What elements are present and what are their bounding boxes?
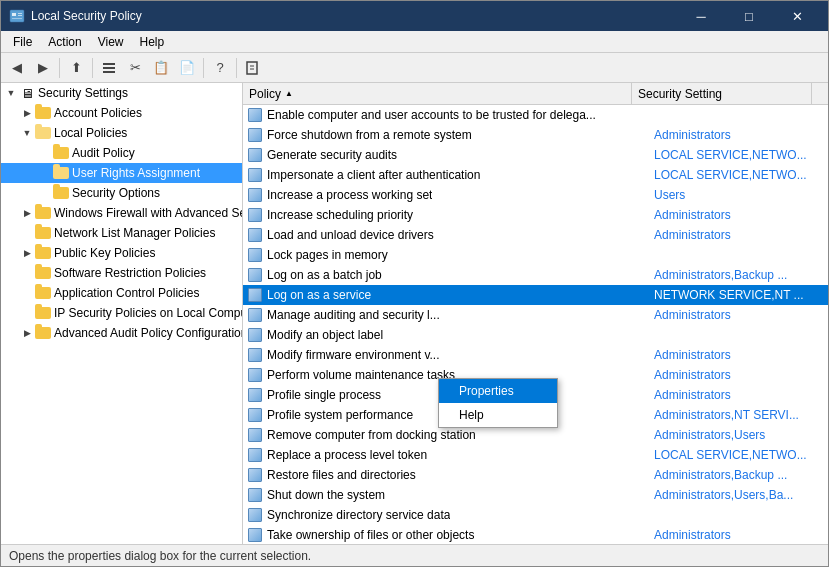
menu-help[interactable]: Help — [132, 33, 173, 51]
tree-label-advanced-audit: Advanced Audit Policy Configuration — [54, 326, 242, 340]
expand-icon-firewall[interactable]: ▶ — [19, 205, 35, 221]
expand-icon-public-key[interactable]: ▶ — [19, 245, 35, 261]
show-hide-button[interactable] — [97, 56, 121, 80]
tree-item-security-options[interactable]: Security Options — [1, 183, 242, 203]
list-row[interactable]: Modify an object label — [243, 325, 828, 345]
tree-label-ip-security: IP Security Policies on Local Compute... — [54, 306, 242, 320]
policy-cell: Manage auditing and security l... — [243, 307, 648, 323]
tree-scroll[interactable]: ▼ 🖥 Security Settings ▶ Account Policies — [1, 83, 242, 544]
minimize-button[interactable]: ─ — [678, 1, 724, 31]
security-cell: Users — [648, 188, 828, 202]
list-row[interactable]: Generate security auditsLOCAL SERVICE,NE… — [243, 145, 828, 165]
list-row[interactable]: Increase scheduling priorityAdministrato… — [243, 205, 828, 225]
expand-icon-local[interactable]: ▼ — [19, 125, 35, 141]
policy-cell: Remove computer from docking station — [243, 427, 648, 443]
security-cell: Administrators — [648, 388, 828, 402]
tree-label-software-restriction: Software Restriction Policies — [54, 266, 206, 280]
list-row[interactable]: Replace a process level tokenLOCAL SERVI… — [243, 445, 828, 465]
tree-item-ip-security[interactable]: IP Security Policies on Local Compute... — [1, 303, 242, 323]
security-cell: NETWORK SERVICE,NT ... — [648, 288, 828, 302]
list-row[interactable]: Force shutdown from a remote systemAdmin… — [243, 125, 828, 145]
policy-name: Profile system performance — [267, 408, 413, 422]
policy-icon — [247, 387, 263, 403]
tree-item-user-rights[interactable]: User Rights Assignment — [1, 163, 242, 183]
tree-item-advanced-audit[interactable]: ▶ Advanced Audit Policy Configuration — [1, 323, 242, 343]
tree-item-local-policies[interactable]: ▼ Local Policies — [1, 123, 242, 143]
policy-icon — [247, 267, 263, 283]
policy-column-header[interactable]: Policy ▲ — [243, 83, 632, 104]
close-button[interactable]: ✕ — [774, 1, 820, 31]
policy-cell: Shut down the system — [243, 487, 648, 503]
policy-icon — [247, 207, 263, 223]
policy-cell: Log on as a service — [243, 287, 648, 303]
svg-rect-6 — [103, 67, 115, 69]
menu-file[interactable]: File — [5, 33, 40, 51]
security-column-header[interactable]: Security Setting — [632, 83, 812, 104]
policy-cell: Synchronize directory service data — [243, 507, 648, 523]
back-button[interactable]: ◀ — [5, 56, 29, 80]
list-row[interactable]: Log on as a batch jobAdministrators,Back… — [243, 265, 828, 285]
tree-label-public-key: Public Key Policies — [54, 246, 155, 260]
help-button[interactable]: ? — [208, 56, 232, 80]
list-row[interactable]: Enable computer and user accounts to be … — [243, 105, 828, 125]
list-row[interactable]: Load and unload device driversAdministra… — [243, 225, 828, 245]
export-button[interactable] — [241, 56, 265, 80]
policy-name: Load and unload device drivers — [267, 228, 434, 242]
tree-label-app-control: Application Control Policies — [54, 286, 199, 300]
list-row[interactable]: Lock pages in memory — [243, 245, 828, 265]
list-row[interactable]: Remove computer from docking stationAdmi… — [243, 425, 828, 445]
security-cell: Administrators — [648, 348, 828, 362]
list-row[interactable]: Take ownership of files or other objects… — [243, 525, 828, 544]
folder-icon-ip-security — [35, 305, 51, 321]
copy-button[interactable]: 📋 — [149, 56, 173, 80]
tree-item-app-control[interactable]: Application Control Policies — [1, 283, 242, 303]
up-button[interactable]: ⬆ — [64, 56, 88, 80]
tree-item-audit-policy[interactable]: Audit Policy — [1, 143, 242, 163]
list-row[interactable]: Log on as a serviceNETWORK SERVICE,NT ..… — [243, 285, 828, 305]
menu-bar: File Action View Help — [1, 31, 828, 53]
maximize-button[interactable]: □ — [726, 1, 772, 31]
list-row[interactable]: Synchronize directory service data — [243, 505, 828, 525]
context-menu-properties[interactable]: Properties — [439, 379, 557, 403]
expand-icon-root[interactable]: ▼ — [3, 85, 19, 101]
policy-cell: Modify an object label — [243, 327, 648, 343]
tree-item-security-settings[interactable]: ▼ 🖥 Security Settings — [1, 83, 242, 103]
context-menu-help[interactable]: Help — [439, 403, 557, 427]
expand-icon-advanced-audit[interactable]: ▶ — [19, 325, 35, 341]
tree-item-network-list[interactable]: Network List Manager Policies — [1, 223, 242, 243]
menu-view[interactable]: View — [90, 33, 132, 51]
tree-item-public-key[interactable]: ▶ Public Key Policies — [1, 243, 242, 263]
policy-list[interactable]: Enable computer and user accounts to be … — [243, 105, 828, 544]
policy-icon — [247, 167, 263, 183]
expand-icon-account[interactable]: ▶ — [19, 105, 35, 121]
tree-label-account-policies: Account Policies — [54, 106, 142, 120]
security-cell: Administrators,NT SERVI... — [648, 408, 828, 422]
policy-cell: Impersonate a client after authenticatio… — [243, 167, 648, 183]
policy-icon — [247, 347, 263, 363]
forward-button[interactable]: ▶ — [31, 56, 55, 80]
menu-action[interactable]: Action — [40, 33, 89, 51]
policy-icon — [247, 467, 263, 483]
window-controls: ─ □ ✕ — [678, 1, 820, 31]
list-row[interactable]: Increase a process working setUsers — [243, 185, 828, 205]
tree-item-software-restriction[interactable]: Software Restriction Policies — [1, 263, 242, 283]
tree-item-account-policies[interactable]: ▶ Account Policies — [1, 103, 242, 123]
policy-icon — [247, 227, 263, 243]
cut-button[interactable]: ✂ — [123, 56, 147, 80]
paste-button[interactable]: 📄 — [175, 56, 199, 80]
folder-icon-sec-options — [53, 185, 69, 201]
list-row[interactable]: Modify firmware environment v...Administ… — [243, 345, 828, 365]
list-header: Policy ▲ Security Setting — [243, 83, 828, 105]
list-row[interactable]: Shut down the systemAdministrators,Users… — [243, 485, 828, 505]
window-title: Local Security Policy — [31, 9, 678, 23]
tree-label-local-policies: Local Policies — [54, 126, 127, 140]
policy-icon — [247, 307, 263, 323]
list-row[interactable]: Manage auditing and security l...Adminis… — [243, 305, 828, 325]
list-row[interactable]: Restore files and directoriesAdministrat… — [243, 465, 828, 485]
folder-icon-account — [35, 105, 51, 121]
tree-item-firewall[interactable]: ▶ Windows Firewall with Advanced Secu... — [1, 203, 242, 223]
folder-icon-local — [35, 125, 51, 141]
list-row[interactable]: Impersonate a client after authenticatio… — [243, 165, 828, 185]
folder-icon-audit — [53, 145, 69, 161]
policy-name: Remove computer from docking station — [267, 428, 476, 442]
